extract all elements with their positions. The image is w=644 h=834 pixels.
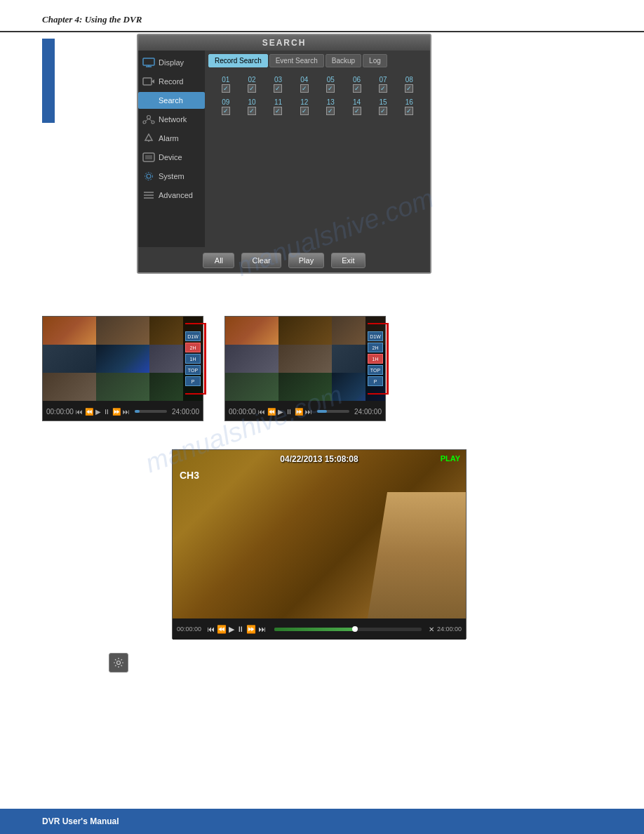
channel-08[interactable]: 08✓ [398,76,421,93]
sidebar-item-search[interactable]: Search [138,92,205,109]
player-close-btn[interactable]: ✕ [429,626,434,633]
player-progress-bar[interactable] [274,628,422,631]
search-icon [142,95,155,105]
dialog-sidebar: Display Record Search Network [138,51,205,247]
tab-record-search[interactable]: Record Search [208,54,268,67]
side-btn-r-d1w[interactable]: D1W [368,331,383,341]
tab-backup[interactable]: Backup [326,54,361,67]
screenshot-left: D1W 2H 1H TOP P 00:00:00 ⏮ ⏪ ▶ ⏸ ⏩ ⏭ 24:… [42,316,203,421]
cam-cell-8 [96,373,149,401]
player-btn-pause[interactable]: ⏸ [236,625,244,634]
bookmark-tab [42,39,55,123]
player-btn-back[interactable]: ⏪ [217,625,227,634]
ctrl-next-right[interactable]: ⏭ [305,408,312,416]
dialog-content: Record Search Event Search Backup Log 01… [205,51,430,247]
ctrl-play-left[interactable]: ▶ [95,408,101,416]
sidebar-item-network[interactable]: Network [138,111,205,128]
sidebar-item-device[interactable]: Device [138,149,205,166]
alarm-icon [142,133,155,143]
sidebar-item-record[interactable]: Record [138,73,205,90]
side-btn-r-2h[interactable]: 2H [368,343,383,352]
channel-16[interactable]: 16✓ [398,98,421,115]
btn-clear[interactable]: Clear [241,253,281,268]
channel-02[interactable]: 02✓ [240,76,263,93]
record-icon [142,77,155,86]
settings-icon-box[interactable] [109,653,128,673]
tab-log[interactable]: Log [363,54,387,67]
side-btn-r-1h[interactable]: 1H [368,354,383,364]
ctrl-prev-right[interactable]: ⏮ [258,408,265,416]
ctrl-fwd-right[interactable]: ⏩ [295,408,303,416]
page-header: Chapter 4: Using the DVR [0,0,644,32]
channel-04[interactable]: 04✓ [293,76,316,93]
screenshots-row: D1W 2H 1H TOP P 00:00:00 ⏮ ⏪ ▶ ⏸ ⏩ ⏭ 24:… [42,316,386,421]
ctrl-prev-left[interactable]: ⏮ [76,408,83,416]
side-btn-top[interactable]: TOP [185,365,201,375]
progress-outer-left[interactable] [135,410,167,413]
side-btn-r-top[interactable]: TOP [368,365,383,375]
svg-rect-0 [143,58,154,65]
network-icon [142,114,155,124]
channel-11[interactable]: 11✓ [267,98,290,115]
system-icon [142,171,155,181]
player-btn-play[interactable]: ▶ [229,625,234,634]
player-btn-prev[interactable]: ⏮ [207,625,215,634]
btn-play[interactable]: Play [288,253,324,268]
side-btn-2h[interactable]: 2H [185,343,201,352]
ctrl-pause-right[interactable]: ⏸ [286,408,293,416]
ctrl-time-right: 00:00:00 [229,408,256,416]
player-play-label: PLAY [441,454,460,463]
channel-07[interactable]: 07✓ [371,76,394,93]
sidebar-label-alarm: Alarm [159,134,179,143]
red-bracket-left [204,323,206,393]
channel-03[interactable]: 03✓ [267,76,290,93]
channel-15[interactable]: 15✓ [371,98,394,115]
svg-rect-14 [145,155,152,159]
ctrl-back-right[interactable]: ⏪ [267,408,276,416]
side-btn-r-p[interactable]: P [368,376,383,386]
channel-06[interactable]: 06✓ [345,76,368,93]
sidebar-item-display[interactable]: Display [138,54,205,71]
side-btn-d1w[interactable]: D1W [185,331,201,341]
ctrl-end-time-left: 24:00:00 [172,408,199,416]
settings-icon-area [109,653,128,673]
ctrl-back-left[interactable]: ⏪ [85,408,93,416]
channel-09[interactable]: 09✓ [214,98,237,115]
svg-line-6 [150,103,154,105]
ctrl-pause-left[interactable]: ⏸ [103,408,110,416]
cam-cell-5 [96,345,149,373]
ctrl-play-right[interactable]: ▶ [278,408,283,416]
search-body: Display Record Search Network [138,51,430,247]
btn-all[interactable]: All [203,253,234,268]
svg-point-16 [145,173,153,180]
sidebar-label-search: Search [159,96,183,105]
cam-cell-r8 [279,373,332,401]
side-btn-p[interactable]: P [185,376,201,386]
channel-10[interactable]: 10✓ [240,98,263,115]
ctrl-next-left[interactable]: ⏭ [123,408,130,416]
player-timestamp: 04/22/2013 15:08:08 [280,454,358,464]
screenshot-right-container: D1W 2H 1H TOP P 00:00:00 ⏮ ⏪ ▶ ⏸ ⏩ ⏭ 24:… [224,316,386,421]
sidebar-item-advanced[interactable]: Advanced [138,187,205,204]
channel-13[interactable]: 13✓ [319,98,342,115]
sidebar-item-alarm[interactable]: Alarm [138,130,205,147]
ctrl-fwd-left[interactable]: ⏩ [112,408,121,416]
progress-outer-right[interactable] [317,410,349,413]
channel-05[interactable]: 05✓ [319,76,342,93]
sidebar-item-system[interactable]: System [138,168,205,185]
cam-grid-left [43,317,203,401]
channel-01[interactable]: 01✓ [214,76,237,93]
player-control-buttons: ⏮ ⏪ ▶ ⏸ ⏩ ⏭ [207,625,266,634]
side-btn-1h[interactable]: 1H [185,354,201,364]
channel-14[interactable]: 14✓ [345,98,368,115]
svg-rect-3 [143,78,152,85]
screenshot-controls-right: 00:00:00 ⏮ ⏪ ▶ ⏸ ⏩ ⏭ 24:00:00 [225,401,385,421]
progress-inner-right [317,410,327,413]
tab-event-search[interactable]: Event Search [269,54,324,67]
player-btn-fwd[interactable]: ⏩ [246,625,256,634]
player-btn-next[interactable]: ⏭ [258,625,266,634]
search-dialog-title: SEARCH [138,35,430,51]
advanced-icon [142,190,155,200]
channel-12[interactable]: 12✓ [293,98,316,115]
btn-exit[interactable]: Exit [331,253,365,268]
